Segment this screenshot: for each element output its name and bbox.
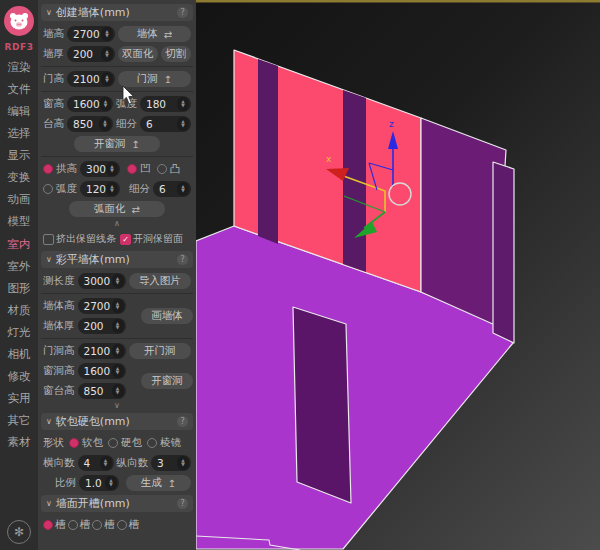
open-door-hole-button[interactable]: 开门洞 xyxy=(129,343,192,359)
help-icon[interactable]: ? xyxy=(177,7,188,18)
spinner[interactable] xyxy=(112,319,124,333)
sidebar-item-select[interactable]: 选择 xyxy=(8,122,31,144)
sidebar-item-exterior[interactable]: 室外 xyxy=(8,255,31,277)
spinner[interactable] xyxy=(112,384,124,398)
sidebar-item-other[interactable]: 其它 xyxy=(8,409,31,431)
arc-input[interactable]: 180 xyxy=(140,96,191,112)
window-height-spinner[interactable] xyxy=(100,97,111,111)
open-window-hole-button-2[interactable]: 开窗洞 xyxy=(141,373,193,389)
hard-pack-radio[interactable] xyxy=(108,438,118,448)
import-image-button[interactable]: 导入图片 xyxy=(129,273,192,289)
sidebar-item-edit[interactable]: 编辑 xyxy=(8,100,31,122)
section-header-create-wall[interactable]: ∨ 创建墙体(mm) ? xyxy=(41,4,193,21)
application-window: RDF3 渲染 文件 编辑 选择 显示 变换 动画 模型 室内 室外 图形 材质… xyxy=(0,0,600,550)
subdiv2-input[interactable]: 6 xyxy=(153,181,191,197)
plugin-logo-icon[interactable] xyxy=(4,6,34,36)
subdiv2-spinner[interactable] xyxy=(177,182,189,196)
sidebar-item-interior[interactable]: 室内 xyxy=(8,233,31,255)
sidebar-item-transform[interactable]: 变换 xyxy=(8,166,31,188)
door-hole-button[interactable]: 门洞↥ xyxy=(118,71,191,87)
cut-button[interactable]: 切割 xyxy=(161,46,192,62)
arch-height-spinner[interactable] xyxy=(106,162,118,176)
measure-spinner[interactable] xyxy=(112,274,124,288)
arc-spinner[interactable] xyxy=(177,97,189,111)
arc-face-button[interactable]: 弧面化⇄ xyxy=(69,201,165,217)
arc2-spinner[interactable] xyxy=(106,182,118,196)
door-opening[interactable] xyxy=(293,307,351,503)
help-icon[interactable]: ? xyxy=(177,254,188,265)
collapse-up-icon[interactable]: ∧ xyxy=(41,219,193,229)
wall-body-height-input[interactable]: 2700 xyxy=(78,298,126,314)
groove-option-radio[interactable] xyxy=(68,520,78,530)
sidebar-item-utility[interactable]: 实用 xyxy=(8,387,31,409)
soft-pack-radio[interactable] xyxy=(69,438,79,448)
sidebar-item-light[interactable]: 灯光 xyxy=(8,321,31,343)
door-height-input[interactable]: 2100 xyxy=(67,71,115,87)
spinner[interactable] xyxy=(105,476,117,490)
sidebar-item-camera[interactable]: 相机 xyxy=(8,343,31,365)
section-header-wall-groove[interactable]: ∨ 墙面开槽(mm) ? xyxy=(41,495,193,512)
sidebar-item-assets[interactable]: 素材 xyxy=(8,431,31,453)
ratio-input[interactable]: 1.0 xyxy=(79,475,119,491)
door-hole-height-input[interactable]: 2100 xyxy=(78,343,126,359)
groove-option-radio[interactable] xyxy=(43,520,53,530)
open-window-hole-button[interactable]: 开窗洞↥ xyxy=(74,136,160,152)
window-sill-height-input[interactable]: 850 xyxy=(78,383,126,399)
horizontal-count-input[interactable]: 4 xyxy=(78,455,114,471)
spinner[interactable] xyxy=(112,364,124,378)
spinner[interactable] xyxy=(112,299,124,313)
arc2-input[interactable]: 120 xyxy=(80,181,120,197)
wall-thick-input[interactable]: 200 xyxy=(67,46,115,62)
sidebar-item-material[interactable]: 材质 xyxy=(8,299,31,321)
sill-height-input[interactable]: 850 xyxy=(67,116,113,132)
draw-wall-button[interactable]: 画墙体 xyxy=(141,308,193,324)
spinner[interactable] xyxy=(112,344,124,358)
generate-button[interactable]: 生成↥ xyxy=(126,475,191,491)
sidebar-item-shape[interactable]: 图形 xyxy=(8,277,31,299)
wall-stripe[interactable] xyxy=(343,90,366,272)
wall-height-input[interactable]: 2700 xyxy=(67,26,115,42)
section-header-flat-wall[interactable]: ∨ 彩平墙体(mm) ? xyxy=(41,251,193,268)
wall-height-spinner[interactable] xyxy=(101,27,113,41)
measure-length-input[interactable]: 3000 xyxy=(78,273,126,289)
collapse-down-icon[interactable]: ∨ xyxy=(41,401,193,411)
spinner[interactable] xyxy=(177,456,189,470)
wall-stripe[interactable] xyxy=(258,59,278,244)
arc2-radio[interactable] xyxy=(43,184,53,194)
window-height-input[interactable]: 1600 xyxy=(67,96,113,112)
arch-height-input[interactable]: 300 xyxy=(80,161,120,177)
sidebar-item-modify[interactable]: 修改 xyxy=(8,365,31,387)
concave-radio[interactable] xyxy=(127,164,137,174)
viewport-3d[interactable]: x z xyxy=(196,0,600,550)
vertical-count-input[interactable]: 3 xyxy=(151,455,191,471)
double-side-button[interactable]: 双面化 xyxy=(118,46,158,62)
wall-body-thick-input[interactable]: 200 xyxy=(78,318,126,334)
right-wall-slab[interactable] xyxy=(493,162,514,343)
wall-thick-spinner[interactable] xyxy=(101,47,113,61)
door-height-spinner[interactable] xyxy=(101,72,113,86)
wall-button[interactable]: 墙体⇄ xyxy=(118,26,191,42)
subdiv-spinner[interactable] xyxy=(177,117,189,131)
spinner[interactable] xyxy=(100,456,112,470)
settings-flower-icon[interactable]: ✻ xyxy=(7,520,31,544)
help-icon[interactable]: ? xyxy=(177,416,188,427)
window-hole-height-input[interactable]: 1600 xyxy=(78,363,126,379)
arch-height-radio[interactable] xyxy=(43,164,53,174)
subdiv-input[interactable]: 6 xyxy=(140,116,191,132)
groove-option-radio[interactable] xyxy=(117,520,127,530)
help-icon[interactable]: ? xyxy=(177,498,188,509)
subdiv-label: 细分 xyxy=(116,117,137,131)
sidebar-item-file[interactable]: 文件 xyxy=(8,78,31,100)
keep-faces-checkbox[interactable] xyxy=(120,234,131,245)
groove-option-radio[interactable] xyxy=(92,520,102,530)
scene-canvas[interactable]: x z xyxy=(196,0,600,550)
sidebar-item-display[interactable]: 显示 xyxy=(8,144,31,166)
keep-lines-checkbox[interactable] xyxy=(43,234,54,245)
section-header-soft-pack[interactable]: ∨ 软包硬包(mm) ? xyxy=(41,413,193,430)
sidebar-item-animation[interactable]: 动画 xyxy=(8,188,31,210)
sidebar-item-model[interactable]: 模型 xyxy=(8,210,31,232)
sidebar-item-render[interactable]: 渲染 xyxy=(8,56,31,78)
prism-radio[interactable] xyxy=(147,438,157,448)
sill-height-spinner[interactable] xyxy=(99,117,111,131)
convex-radio[interactable] xyxy=(157,164,167,174)
